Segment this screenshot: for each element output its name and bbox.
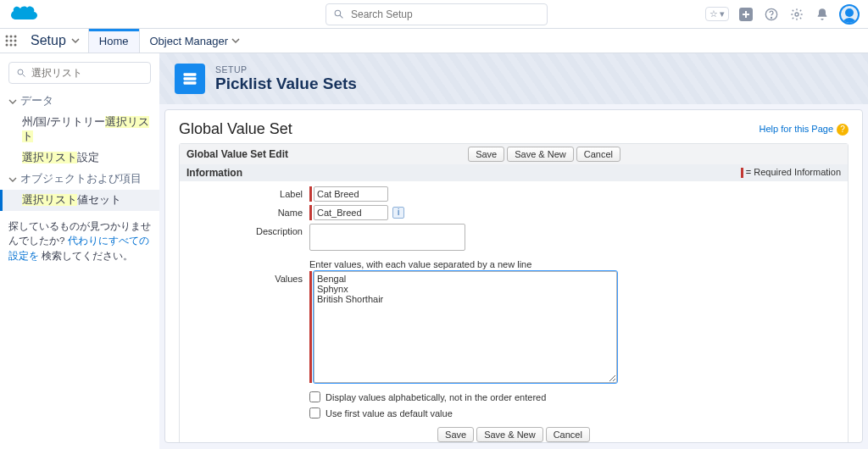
svg-point-13 — [10, 44, 13, 47]
user-avatar[interactable] — [839, 4, 860, 25]
edit-block-header: Global Value Set Edit Save Save & New Ca… — [180, 144, 848, 164]
setup-tree-sidebar: 選択リスト データ 州/国/テリトリー選択リスト 選択リスト設定 オブジェクトお… — [0, 53, 159, 449]
help-for-this-page-link[interactable]: Help for this Page? — [760, 124, 849, 136]
bottom-button-bar: Save Save & New Cancel — [186, 427, 841, 442]
page-title: Picklist Value Sets — [215, 75, 357, 93]
values-textarea[interactable] — [314, 271, 617, 383]
global-header: ☆▾ — [0, 0, 868, 29]
description-input[interactable] — [309, 224, 465, 251]
search-icon — [16, 68, 26, 78]
tree-item-picklist-settings[interactable]: 選択リスト設定 — [0, 147, 159, 169]
tree-category-objects-fields[interactable]: オブジェクトおよび項目 — [0, 169, 159, 190]
tree-category-data[interactable]: データ — [0, 91, 159, 112]
main-content: SETUP Picklist Value Sets Global Value S… — [159, 53, 868, 449]
svg-point-8 — [14, 36, 17, 38]
detail-card: Global Value Set Help for this Page? Glo… — [164, 109, 863, 443]
chevron-down-icon — [231, 36, 240, 45]
add-icon[interactable] — [737, 6, 754, 23]
name-input[interactable] — [314, 205, 388, 220]
page-header: SETUP Picklist Value Sets — [159, 53, 868, 104]
svg-line-16 — [23, 75, 25, 77]
help-icon[interactable] — [763, 6, 780, 23]
chevron-down-icon — [71, 36, 80, 45]
svg-point-12 — [6, 44, 8, 47]
save-and-new-button[interactable]: Save & New — [507, 147, 574, 162]
tab-home[interactable]: Home — [88, 29, 139, 53]
svg-point-15 — [18, 69, 23, 75]
tab-object-manager[interactable]: Object Manager — [139, 29, 251, 53]
name-field-label: Name — [186, 205, 309, 218]
svg-point-6 — [6, 36, 8, 38]
help-question-icon: ? — [837, 124, 849, 136]
tab-label: Home — [99, 35, 129, 47]
edit-block: Global Value Set Edit Save Save & New Ca… — [179, 143, 849, 443]
label-field-label: Label — [186, 186, 309, 199]
svg-point-10 — [10, 40, 13, 42]
svg-line-1 — [340, 15, 342, 18]
required-bar — [309, 186, 312, 202]
card-title: Global Value Set — [179, 120, 760, 138]
svg-rect-18 — [184, 77, 197, 80]
section-title: Information — [186, 167, 242, 179]
svg-point-4 — [771, 17, 771, 18]
sidebar-help-text: 探しているものが見つかりませんでしたか? 代わりにすべての設定を 検索してくださ… — [0, 211, 159, 272]
context-bar: Setup Home Object Manager — [0, 29, 868, 53]
setup-gear-icon[interactable] — [788, 6, 805, 23]
save-and-new-button-bottom[interactable]: Save & New — [476, 427, 543, 442]
svg-point-7 — [10, 36, 13, 38]
svg-point-0 — [335, 10, 341, 16]
app-name[interactable]: Setup — [22, 29, 88, 53]
favorites-menu[interactable]: ☆▾ — [705, 7, 729, 21]
tree-item-picklist-value-sets[interactable]: 選択リスト値セット — [0, 190, 159, 211]
quick-find-text: 選択リスト — [31, 66, 82, 80]
description-field-label: Description — [186, 224, 309, 236]
values-help-text: Enter values, with each value separated … — [309, 259, 531, 269]
svg-point-5 — [795, 13, 798, 16]
app-name-label: Setup — [31, 33, 66, 48]
notifications-bell-icon[interactable] — [814, 6, 831, 23]
svg-point-11 — [14, 40, 17, 42]
global-search-input[interactable] — [349, 8, 540, 21]
global-search[interactable] — [326, 3, 548, 25]
page-eyebrow: SETUP — [215, 64, 357, 75]
cancel-button-bottom[interactable]: Cancel — [546, 427, 590, 442]
label-input[interactable] — [314, 186, 388, 202]
chevron-down-icon — [8, 175, 17, 184]
chevron-down-icon — [8, 97, 17, 106]
edit-block-title: Global Value Set Edit — [186, 148, 288, 160]
svg-rect-19 — [184, 81, 197, 84]
tab-label: Object Manager — [150, 35, 229, 47]
tree-item-state-country-picklist[interactable]: 州/国/テリトリー選択リスト — [0, 112, 159, 147]
required-bar — [309, 271, 312, 383]
required-bar — [309, 205, 312, 220]
app-launcher-icon[interactable] — [0, 29, 22, 53]
salesforce-cloud-icon — [8, 4, 39, 25]
save-button-bottom[interactable]: Save — [437, 427, 474, 442]
first-default-checkbox[interactable]: Use first value as default value — [309, 407, 546, 419]
sort-alpha-checkbox[interactable]: Display values alphabetically, not in th… — [309, 391, 546, 402]
svg-rect-17 — [184, 73, 197, 75]
search-icon — [333, 8, 344, 19]
section-header: Information = Required Information — [180, 164, 848, 181]
required-legend: = Required Information — [741, 167, 841, 179]
page-header-icon — [175, 64, 205, 94]
save-button[interactable]: Save — [468, 147, 504, 162]
cancel-button[interactable]: Cancel — [576, 147, 620, 162]
values-field-label: Values — [186, 271, 309, 284]
quick-find-input[interactable]: 選択リスト — [8, 62, 151, 84]
svg-point-9 — [6, 40, 8, 42]
svg-point-14 — [14, 44, 17, 47]
info-icon[interactable]: i — [392, 207, 404, 219]
